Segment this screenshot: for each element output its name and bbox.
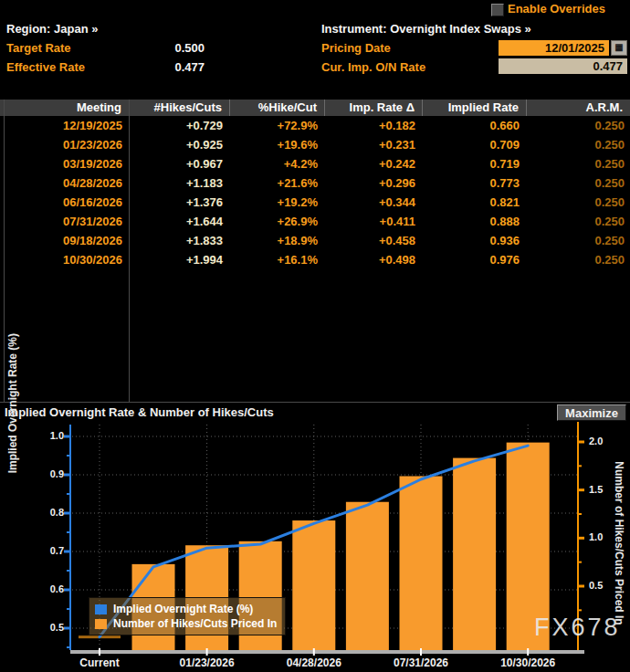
- cur-imp-rate-field[interactable]: 0.477: [499, 58, 627, 74]
- region-selector[interactable]: Region: Japan »: [6, 22, 98, 36]
- x-axis-tick: [313, 648, 315, 656]
- x-axis-tick: [99, 648, 100, 656]
- left-axis-tick-label: 0.6: [35, 583, 64, 594]
- chart-title: Implied Overnight Rate & Number of Hikes…: [5, 405, 274, 419]
- table-cell: 0.250: [527, 231, 630, 250]
- table-cell: 0.250: [527, 116, 630, 135]
- legend-item-line: Implied Overnight Rate (%): [95, 602, 279, 616]
- table-cell: 0.719: [423, 154, 527, 173]
- table-cell: +72.9%: [230, 116, 325, 135]
- legend-bar-label: Number of Hikes/Cuts Priced In: [113, 617, 277, 630]
- line-series-swatch: [95, 604, 107, 614]
- table-cell: 03/19/2026: [0, 154, 130, 173]
- table-header-row: Meeting#Hikes/Cuts%Hike/CutImp. Rate ΔIm…: [0, 100, 630, 116]
- table-cell: +1.376: [130, 193, 230, 212]
- table-cell: +0.344: [325, 193, 423, 212]
- region-value: Japan »: [54, 22, 98, 36]
- x-axis-tick-label: 07/31/2026: [380, 656, 462, 669]
- table-cell: 10/30/2026: [0, 250, 130, 269]
- effective-rate-value: 0.477: [163, 60, 205, 74]
- table-cell: 0.660: [423, 116, 527, 135]
- x-axis-tick: [420, 648, 422, 656]
- enable-overrides-label[interactable]: Enable Overrides: [508, 2, 605, 16]
- table-cell: 09/18/2026: [0, 231, 130, 250]
- instrument-label: Instrument:: [321, 22, 387, 36]
- table-cell: +0.231: [325, 135, 423, 154]
- table-row[interactable]: 09/18/2026+1.833+18.9%+0.4580.9360.250: [0, 231, 630, 250]
- table-cell: 0.250: [527, 193, 630, 212]
- table-cell: 12/19/2025: [0, 116, 130, 135]
- left-axis-tick-label: 1.0: [35, 430, 64, 441]
- column-header[interactable]: Imp. Rate Δ: [325, 100, 423, 116]
- table-cell: +1.183: [130, 173, 230, 193]
- x-axis-tick-label: Current: [58, 656, 141, 669]
- target-rate-label: Target Rate: [6, 41, 71, 55]
- pricing-date-label: Pricing Date: [321, 41, 391, 55]
- table-cell: 0.250: [527, 250, 630, 269]
- left-axis-tick-label: 0.7: [35, 545, 64, 556]
- calendar-icon[interactable]: ▦: [611, 40, 627, 56]
- section-divider: [0, 402, 630, 403]
- table-cell: 0.250: [527, 173, 630, 193]
- table-cell: 04/28/2026: [0, 173, 130, 193]
- meetings-table: Meeting#Hikes/Cuts%Hike/CutImp. Rate ΔIm…: [0, 100, 630, 269]
- table-cell: +19.6%: [230, 135, 325, 154]
- table-cell: +0.296: [325, 173, 423, 193]
- x-axis-tick-label: 10/30/2026: [487, 656, 569, 669]
- table-left-border: [4, 100, 5, 402]
- table-cell: +18.9%: [230, 231, 325, 250]
- table-column-separator: [129, 100, 130, 402]
- target-rate-value: 0.500: [163, 41, 205, 55]
- table-cell: 07/31/2026: [0, 212, 130, 231]
- effective-rate-label: Effective Rate: [6, 60, 85, 74]
- instrument-selector[interactable]: Instrument: Overnight Index Swaps »: [321, 22, 531, 36]
- table-cell: +0.411: [325, 212, 423, 231]
- watermark: FX678: [534, 614, 621, 642]
- right-axis-tick-label: 2.0: [589, 436, 618, 446]
- table-cell: +0.729: [130, 116, 230, 135]
- pricing-date-input[interactable]: 12/01/2025: [499, 40, 609, 56]
- x-axis-tick-label: 04/28/2026: [273, 656, 355, 669]
- table-cell: +1.994: [130, 250, 230, 269]
- instrument-value: Overnight Index Swaps »: [390, 22, 531, 36]
- table-cell: +0.967: [130, 154, 230, 173]
- table-row[interactable]: 04/28/2026+1.183+21.6%+0.2960.7730.250: [0, 173, 630, 193]
- table-cell: +0.498: [325, 250, 423, 269]
- left-axis-tick-label: 0.8: [35, 507, 64, 518]
- column-header[interactable]: Implied Rate: [423, 100, 527, 116]
- enable-overrides-checkbox[interactable]: [491, 4, 504, 16]
- table-row[interactable]: 06/16/2026+1.376+19.2%+0.3440.8210.250: [0, 193, 630, 212]
- right-axis-title: Number of Hikes/Cuts Priced In: [613, 461, 625, 625]
- x-axis-line: [70, 650, 584, 654]
- table-cell: +1.644: [130, 212, 230, 231]
- table-cell: 0.821: [423, 193, 527, 212]
- legend-item-bar: Number of Hikes/Cuts Priced In: [95, 616, 279, 631]
- table-row[interactable]: 01/23/2026+0.925+19.6%+0.2310.7090.250: [0, 135, 630, 154]
- table-row[interactable]: 07/31/2026+1.644+26.9%+0.4110.8880.250: [0, 212, 630, 231]
- table-cell: 0.773: [423, 173, 527, 193]
- chart-legend: Implied Overnight Rate (%) Number of Hik…: [89, 597, 286, 635]
- wirp-screen: Enable Overrides Region: Japan » Instrum…: [0, 0, 630, 672]
- hikes-bar: [400, 476, 443, 650]
- maximize-button[interactable]: Maximize: [557, 404, 626, 421]
- region-label: Region:: [6, 22, 50, 36]
- cur-imp-rate-label: Cur. Imp. O/N Rate: [321, 60, 425, 74]
- column-header[interactable]: Meeting: [0, 100, 130, 116]
- hikes-bar: [292, 520, 335, 650]
- table-cell: 0.709: [423, 135, 527, 154]
- table-cell: 01/23/2026: [0, 135, 130, 154]
- table-cell: +4.2%: [230, 154, 325, 173]
- column-header[interactable]: A.R.M.: [527, 100, 630, 116]
- table-row[interactable]: 03/19/2026+0.967+4.2%+0.2420.7190.250: [0, 154, 630, 173]
- table-row[interactable]: 12/19/2025+0.729+72.9%+0.1820.6600.250: [0, 116, 630, 135]
- table-row[interactable]: 10/30/2026+1.994+16.1%+0.4980.9760.250: [0, 250, 630, 269]
- table-cell: 0.250: [527, 135, 630, 154]
- table-cell: 0.936: [423, 231, 527, 250]
- table-cell: 0.976: [423, 250, 527, 269]
- column-header[interactable]: #Hikes/Cuts: [130, 100, 230, 116]
- column-header[interactable]: %Hike/Cut: [230, 100, 325, 116]
- left-axis-title: Implied Overnight Rate (%): [6, 333, 19, 473]
- x-axis-tick: [206, 648, 208, 656]
- table-cell: +19.2%: [230, 193, 325, 212]
- bar-series-swatch: [95, 619, 107, 629]
